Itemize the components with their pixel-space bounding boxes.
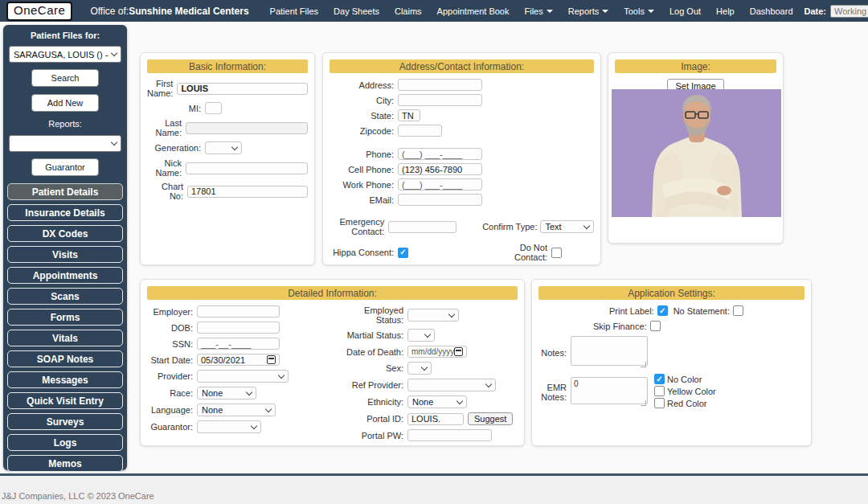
patient-select[interactable]: SARAGUSA, LOUIS () -(	[9, 46, 121, 63]
chevron-down-icon	[583, 222, 590, 228]
sidebar-item-vitals[interactable]: Vitals	[7, 330, 123, 346]
chevron-down-icon	[265, 405, 272, 412]
chart-no-label: Chart No:	[147, 182, 187, 201]
mi-input[interactable]	[205, 102, 222, 114]
address-label: Address:	[330, 80, 398, 90]
chevron-down-icon	[111, 139, 117, 145]
martial-status-select[interactable]	[407, 329, 435, 342]
start-date-value: 05/30/2021	[201, 355, 245, 365]
do-not-contact-label: Do Not Contact:	[473, 243, 551, 262]
sidebar-item-scans[interactable]: Scans	[7, 288, 123, 305]
detailed-left-column: Employer: DOB: SSN: Start Date: 05/30/20…	[145, 305, 337, 445]
calendar-icon[interactable]	[267, 355, 276, 364]
ref-provider-select[interactable]	[407, 379, 496, 391]
sidebar-item-dx-codes[interactable]: DX Codes	[7, 225, 123, 242]
dob-input[interactable]	[197, 322, 280, 334]
add-new-button[interactable]: Add New	[31, 94, 99, 112]
no-color-checkbox[interactable]	[654, 374, 665, 384]
calendar-icon[interactable]	[454, 347, 463, 356]
nav-link-files[interactable]: Files	[524, 6, 552, 16]
nav-link-claims[interactable]: Claims	[395, 6, 422, 16]
ethnicity-select[interactable]: None	[407, 395, 467, 408]
ssn-input[interactable]	[197, 338, 280, 350]
provider-select[interactable]	[197, 370, 289, 383]
do-not-contact-checkbox[interactable]	[551, 248, 562, 258]
portal-pw-input[interactable]	[407, 429, 492, 441]
zipcode-label: Zipcode:	[330, 126, 398, 136]
guarantor-button[interactable]: Guarantor	[31, 158, 99, 176]
reports-select[interactable]	[9, 135, 121, 152]
hippa-consent-label: Hippa Consent:	[330, 248, 398, 257]
sidebar-nav: Patient DetailsInsurance DetailsDX Codes…	[3, 183, 127, 472]
confirm-type-select[interactable]: Text	[540, 220, 594, 233]
caret-down-icon	[547, 10, 553, 13]
guarantor-select[interactable]	[197, 420, 261, 433]
sidebar-item-insurance-details[interactable]: Insurance Details	[7, 204, 123, 221]
no-statement-checkbox[interactable]	[733, 305, 743, 316]
working-date-input[interactable]	[830, 5, 868, 18]
address-input[interactable]	[398, 79, 482, 91]
yellow-color-label: Yellow Color	[667, 387, 716, 396]
state-input[interactable]	[398, 109, 420, 121]
chevron-down-icon	[246, 388, 252, 395]
martial-status-label: Martial Status:	[337, 330, 407, 340]
ethnicity-label: Ethnicity:	[337, 397, 407, 407]
sex-label: Sex:	[337, 363, 407, 373]
nav-link-dashboard[interactable]: Dashboard	[750, 6, 793, 16]
nav-link-tools[interactable]: Tools	[624, 6, 654, 16]
yellow-color-checkbox[interactable]	[654, 386, 665, 396]
cell-phone-label: Cell Phone:	[330, 165, 398, 174]
red-color-checkbox[interactable]	[654, 398, 665, 408]
emr-notes-textarea[interactable]	[571, 377, 648, 404]
city-input[interactable]	[398, 94, 482, 106]
email-input[interactable]	[398, 194, 482, 206]
nav-link-appointment-book[interactable]: Appointment Book	[437, 6, 510, 16]
chart-no-input[interactable]	[187, 186, 308, 198]
nick-name-input[interactable]	[186, 162, 308, 174]
sidebar-item-messages[interactable]: Messages	[7, 371, 123, 388]
print-label-checkbox[interactable]	[657, 305, 668, 316]
nav-link-reports[interactable]: Reports	[568, 6, 609, 16]
language-select[interactable]: None	[197, 404, 276, 416]
copyright-text: J&J Companies, LLC © 2023 OneCare	[2, 491, 154, 501]
generation-select[interactable]	[205, 141, 242, 154]
nav-link-patient-files[interactable]: Patient Files	[270, 6, 319, 16]
employer-label: Employer:	[145, 307, 197, 317]
navbar-right: Date: User	[805, 5, 868, 18]
sidebar-item-memos[interactable]: Memos	[7, 455, 123, 472]
hippa-consent-checkbox[interactable]	[398, 248, 408, 258]
zipcode-input[interactable]	[398, 125, 442, 137]
chevron-down-icon	[421, 363, 428, 370]
sidebar-item-surveys[interactable]: Surveys	[7, 413, 123, 430]
sidebar-item-patient-details[interactable]: Patient Details	[7, 183, 123, 200]
phone-input[interactable]	[398, 148, 482, 160]
sidebar-item-logs[interactable]: Logs	[7, 434, 123, 451]
employer-input[interactable]	[197, 305, 280, 318]
sidebar-item-soap-notes[interactable]: SOAP Notes	[7, 350, 123, 367]
footer: J&J Companies, LLC © 2023 OneCare	[0, 476, 868, 504]
cell-phone-input[interactable]	[398, 163, 482, 175]
suggest-button[interactable]: Suggest	[468, 412, 513, 425]
date-of-death-input[interactable]: mm/dd/yyyy	[407, 346, 467, 358]
work-phone-input[interactable]	[398, 178, 482, 191]
race-select[interactable]: None	[197, 387, 256, 400]
employed-status-select[interactable]	[407, 309, 459, 322]
nav-link-log-out[interactable]: Log Out	[669, 6, 701, 16]
notes-textarea[interactable]	[571, 336, 648, 366]
sidebar-item-forms[interactable]: Forms	[7, 309, 123, 326]
sidebar-item-visits[interactable]: Visits	[7, 246, 123, 263]
sidebar-item-appointments[interactable]: Appointments	[7, 267, 123, 284]
portal-id-input[interactable]	[407, 413, 464, 425]
nav-link-day-sheets[interactable]: Day Sheets	[334, 6, 379, 16]
first-name-input[interactable]	[177, 83, 308, 95]
nav-link-help[interactable]: Help	[716, 6, 735, 16]
language-value: None	[202, 405, 223, 415]
emergency-contact-input[interactable]	[388, 221, 457, 233]
search-button[interactable]: Search	[31, 69, 99, 87]
skip-finance-checkbox[interactable]	[650, 321, 661, 331]
sex-select[interactable]	[407, 362, 432, 375]
race-value: None	[202, 388, 223, 398]
last-name-input[interactable]	[186, 122, 308, 134]
sidebar-item-quick-visit-entry[interactable]: Quick Visit Entry	[7, 392, 123, 409]
start-date-input[interactable]: 05/30/2021	[197, 354, 280, 366]
